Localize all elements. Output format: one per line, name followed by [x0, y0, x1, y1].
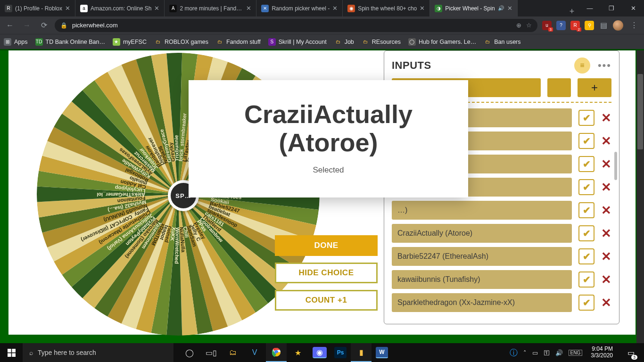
- start-button[interactable]: [0, 343, 23, 362]
- windows-taskbar: ⌕ Type here to search ◯ ▭▯ 🗂 V ★ ◉ Ps ▮ …: [0, 343, 644, 362]
- bookmark-label: Job: [345, 39, 354, 45]
- discord-icon[interactable]: ◉: [313, 347, 327, 358]
- tab-strip: R (1) Profile - Roblox ✕a Amazon.com: On…: [0, 0, 565, 16]
- url-text: pickerwheel.com: [72, 22, 118, 29]
- language-icon[interactable]: ENG: [569, 350, 583, 356]
- honey-icon[interactable]: ?: [556, 21, 566, 30]
- tab-favicon: a: [80, 5, 88, 12]
- result-modal: CraziiActually (Atoroe) Selected: [189, 80, 468, 197]
- browser-menu[interactable]: ⋮: [628, 19, 640, 32]
- file-explorer-icon[interactable]: 🗂: [223, 343, 243, 362]
- cortana-icon[interactable]: ◯: [179, 343, 200, 362]
- count-plus-button[interactable]: COUNT +1: [275, 290, 378, 311]
- search-icon: ⌕: [29, 349, 33, 356]
- tab-label: (1) Profile - Roblox: [15, 5, 62, 12]
- close-tab-icon[interactable]: ✕: [65, 5, 70, 12]
- tab-favicon: ✕: [261, 5, 269, 12]
- roblox-plus-icon[interactable]: R2: [570, 21, 580, 30]
- browser-tab[interactable]: A 2 more minutes | Fandom ✕: [165, 0, 256, 16]
- reload-button[interactable]: ⟳: [38, 19, 50, 32]
- reading-list-icon[interactable]: ▤: [599, 21, 608, 30]
- browser-tab[interactable]: a Amazon.com: Online Sh ✕: [75, 0, 165, 16]
- battery-icon[interactable]: ▭: [532, 349, 538, 356]
- tab-label: Amazon.com: Online Sh: [91, 5, 151, 12]
- new-tab-button[interactable]: +: [565, 7, 579, 16]
- close-tab-icon[interactable]: ✕: [507, 5, 512, 12]
- tab-favicon: ◑: [435, 5, 442, 12]
- bookmark-item[interactable]: ◯Hub for Gamers. Le…: [408, 38, 476, 46]
- bookmark-label: Ban users: [494, 39, 520, 45]
- chrome-icon[interactable]: [266, 343, 287, 362]
- wifi-icon[interactable]: ⚿: [544, 349, 550, 356]
- result-name: CraziiActually (Atoroe): [203, 100, 454, 157]
- address-bar[interactable]: 🔒 pickerwheel.com ⊕ ☆: [55, 19, 537, 32]
- search-placeholder: Type here to search: [38, 349, 96, 356]
- bookmark-item[interactable]: ⊞Apps: [4, 38, 28, 46]
- tab-favicon: ◉: [347, 5, 355, 12]
- bookmark-label: Hub for Gamers. Le…: [419, 39, 476, 45]
- clock[interactable]: 9:04 PM 3/3/2020: [588, 346, 616, 359]
- page-content: TwinkleToesSookaiiBarbie52247beatlebatsp…: [0, 49, 644, 343]
- bookmark-item[interactable]: 🗀REsources: [362, 38, 401, 46]
- svg-rect-59: [8, 353, 11, 357]
- bookmark-item[interactable]: ★myEFSC: [113, 38, 147, 46]
- photoshop-icon[interactable]: Ps: [334, 347, 347, 358]
- tab-label: Picker Wheel - Spin: [445, 5, 495, 12]
- profile-avatar[interactable]: [613, 20, 623, 31]
- bookmark-label: REsources: [372, 39, 401, 45]
- hide-choice-button[interactable]: HIDE CHOICE: [275, 263, 378, 283]
- close-tab-icon[interactable]: ✕: [332, 5, 338, 12]
- browser-tab[interactable]: R (1) Profile - Roblox ✕: [0, 0, 75, 16]
- get-help-icon[interactable]: ⓘ: [510, 347, 518, 358]
- forward-button[interactable]: →: [21, 19, 33, 32]
- star-icon[interactable]: ☆: [526, 22, 532, 29]
- tab-label: 2 more minutes | Fandom: [180, 5, 243, 12]
- ublock-icon[interactable]: u3: [542, 21, 552, 30]
- bookmark-label: TD Bank Online Ban…: [46, 39, 105, 45]
- svg-rect-57: [8, 349, 11, 353]
- close-tab-icon[interactable]: ✕: [154, 5, 159, 12]
- minimize-button[interactable]: ―: [579, 0, 601, 16]
- star-app-icon[interactable]: ★: [288, 343, 308, 362]
- bookmark-item[interactable]: TDTD Bank Online Ban…: [35, 38, 105, 46]
- browser-tab[interactable]: ✕ Random picker wheel - ✕: [256, 0, 343, 16]
- bookmark-item[interactable]: SSkrill | My Account: [268, 38, 327, 46]
- task-view-icon[interactable]: ▭▯: [201, 343, 222, 362]
- tab-favicon: R: [5, 5, 12, 12]
- visual-studio-icon[interactable]: V: [244, 343, 265, 362]
- done-button[interactable]: DONE: [275, 235, 378, 256]
- ext-icon-4[interactable]: ⚲: [585, 21, 594, 30]
- bookmark-label: ROBLOX games: [165, 39, 208, 45]
- close-tab-icon[interactable]: ✕: [246, 5, 251, 12]
- back-button[interactable]: ←: [4, 19, 16, 32]
- lock-icon: 🔒: [60, 22, 67, 29]
- taskbar-search[interactable]: ⌕ Type here to search: [23, 343, 173, 362]
- install-icon[interactable]: ⊕: [516, 22, 521, 29]
- bookmark-item[interactable]: 🗀ROBLOX games: [154, 38, 208, 46]
- bookmark-item[interactable]: 🗀Job: [334, 38, 354, 46]
- extensions: u3 ? R2 ⚲ ▤ ⋮: [542, 19, 640, 32]
- taskbar-apps: ◯ ▭▯ 🗂 V ★ ◉ Ps ▮ W: [179, 343, 391, 362]
- notifications-icon[interactable]: ▭3: [621, 343, 640, 362]
- volume-icon[interactable]: 🔊: [555, 349, 563, 356]
- bookmark-label: Skrill | My Account: [279, 39, 327, 45]
- close-tab-icon[interactable]: ✕: [420, 5, 425, 12]
- modal-overlay: CraziiActually (Atoroe) Selected DONE HI…: [8, 50, 636, 335]
- browser-tab[interactable]: ◑ Picker Wheel - Spin 🔊 ✕: [430, 0, 517, 16]
- bookmark-item[interactable]: 🗀Fandom stuff: [216, 38, 261, 46]
- sticky-notes-icon[interactable]: ▮: [351, 343, 372, 362]
- page-scrollbar[interactable]: [636, 50, 644, 343]
- browser-toolbar: ← → ⟳ 🔒 pickerwheel.com ⊕ ☆ u3 ? R2 ⚲ ▤ …: [0, 16, 644, 34]
- bookmark-label: Apps: [14, 39, 28, 45]
- word-icon[interactable]: W: [376, 347, 388, 358]
- tray-chevron[interactable]: ˄: [523, 349, 527, 356]
- bookmark-item[interactable]: 🗀Ban users: [484, 38, 520, 46]
- tab-label: Spin the wheel 80+ cho: [358, 5, 417, 12]
- selected-label: Selected: [203, 165, 454, 175]
- close-window-button[interactable]: ✕: [622, 0, 644, 16]
- tab-label: Random picker wheel -: [272, 5, 330, 12]
- app-frame: TwinkleToesSookaiiBarbie52247beatlebatsp…: [8, 50, 636, 335]
- browser-tab[interactable]: ◉ Spin the wheel 80+ cho ✕: [343, 0, 430, 16]
- maximize-button[interactable]: ❐: [601, 0, 622, 16]
- bookmarks-bar: ⊞AppsTDTD Bank Online Ban…★myEFSC🗀ROBLOX…: [0, 34, 644, 49]
